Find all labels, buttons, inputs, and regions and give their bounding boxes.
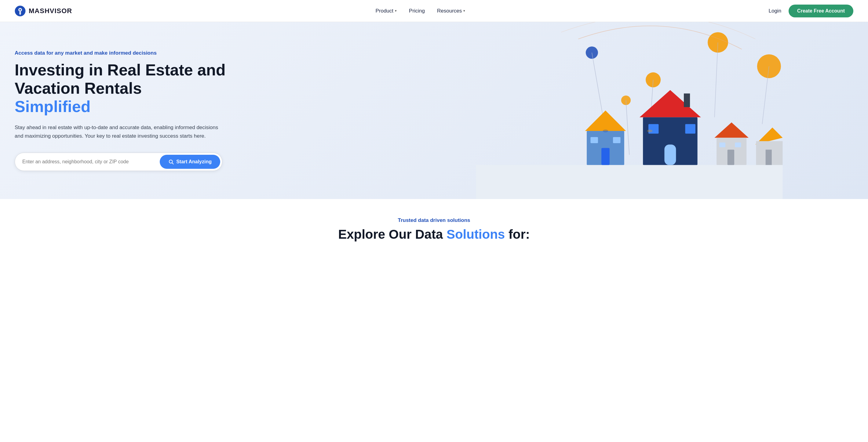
svg-line-4 xyxy=(172,163,174,164)
svg-marker-16 xyxy=(585,110,626,131)
svg-rect-23 xyxy=(664,145,676,165)
start-analyzing-button[interactable]: Start Analyzing xyxy=(160,155,220,169)
svg-rect-34 xyxy=(766,150,772,165)
svg-point-35 xyxy=(602,129,608,132)
logo-text: MASHVISOR xyxy=(29,7,72,15)
hero-content: Access data for any market and make info… xyxy=(15,50,247,170)
hero-illustration xyxy=(391,22,868,199)
svg-point-36 xyxy=(647,129,652,132)
svg-line-14 xyxy=(762,66,769,124)
svg-line-13 xyxy=(714,42,718,117)
svg-rect-19 xyxy=(590,137,598,143)
login-link[interactable]: Login xyxy=(769,8,781,14)
hero-eyebrow: Access data for any market and make info… xyxy=(15,50,247,56)
below-hero-section: Trusted data driven solutions Explore Ou… xyxy=(0,199,868,254)
main-navigation: MASHVISOR Product ▾ Pricing Resources ▾ … xyxy=(0,0,868,22)
resources-chevron-icon: ▾ xyxy=(463,9,465,13)
svg-point-8 xyxy=(708,32,728,53)
svg-rect-33 xyxy=(756,141,782,165)
svg-rect-22 xyxy=(643,117,697,165)
svg-marker-32 xyxy=(755,128,782,145)
logo-link[interactable]: MASHVISOR xyxy=(15,5,72,17)
svg-rect-31 xyxy=(735,143,741,148)
svg-point-7 xyxy=(621,96,631,105)
svg-line-12 xyxy=(626,100,629,155)
svg-rect-25 xyxy=(685,124,695,134)
nav-item-product[interactable]: Product ▾ xyxy=(375,8,397,14)
search-input[interactable] xyxy=(22,156,160,167)
svg-rect-20 xyxy=(613,137,621,143)
search-icon xyxy=(168,159,174,164)
svg-point-9 xyxy=(757,54,781,78)
hero-description: Stay ahead in real estate with up-to-dat… xyxy=(15,123,222,140)
below-hero-eyebrow: Trusted data driven solutions xyxy=(15,217,853,223)
nav-item-resources[interactable]: Resources ▾ xyxy=(437,8,465,14)
hero-title: Investing in Real Estate and Vacation Re… xyxy=(15,61,247,116)
hero-section: Access data for any market and make info… xyxy=(0,22,868,199)
svg-line-10 xyxy=(592,53,606,131)
svg-rect-29 xyxy=(727,150,734,165)
nav-center-links: Product ▾ Pricing Resources ▾ xyxy=(375,8,465,14)
below-hero-title: Explore Our Data Solutions for: xyxy=(15,227,853,242)
svg-rect-28 xyxy=(716,138,746,165)
svg-rect-17 xyxy=(587,131,624,165)
svg-point-2 xyxy=(20,9,21,10)
svg-rect-24 xyxy=(648,124,658,134)
nav-item-pricing[interactable]: Pricing xyxy=(409,8,425,14)
svg-rect-26 xyxy=(684,93,690,107)
svg-rect-18 xyxy=(601,148,610,165)
svg-rect-30 xyxy=(719,143,725,148)
product-chevron-icon: ▾ xyxy=(395,9,397,13)
svg-marker-27 xyxy=(714,122,749,138)
svg-point-6 xyxy=(646,72,661,87)
nav-right-actions: Login Create Free Account xyxy=(769,5,853,18)
hero-title-simplified: Simplified xyxy=(15,98,247,116)
hero-search-bar: Start Analyzing xyxy=(15,153,222,171)
create-account-button[interactable]: Create Free Account xyxy=(788,5,853,18)
svg-marker-21 xyxy=(640,90,701,117)
svg-point-5 xyxy=(586,46,598,59)
svg-line-11 xyxy=(650,80,653,131)
svg-rect-15 xyxy=(476,165,783,199)
mashvisor-logo-icon xyxy=(15,5,26,17)
